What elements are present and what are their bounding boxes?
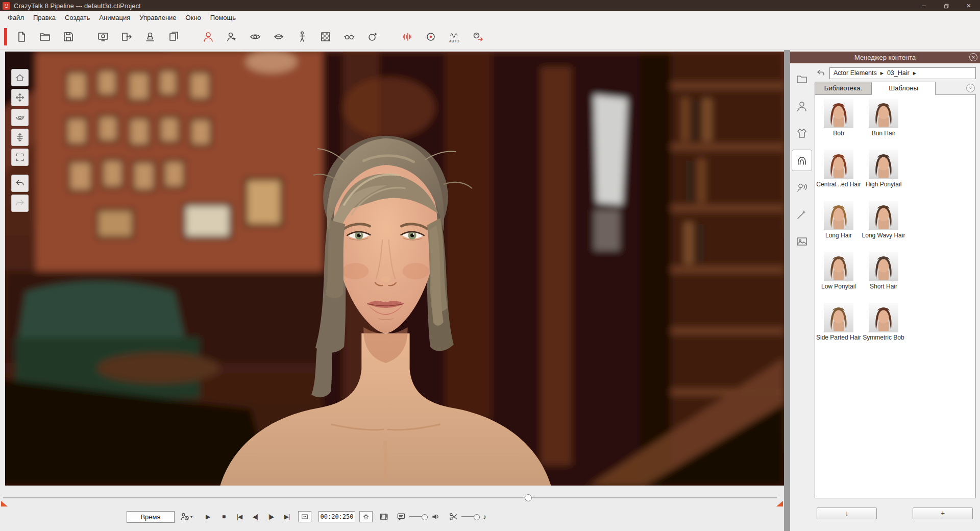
category-actor-button[interactable]: [792, 95, 812, 117]
mouth-editor-button[interactable]: [271, 28, 287, 45]
select-actor-button[interactable]: [224, 28, 240, 45]
home-view-button[interactable]: [11, 69, 29, 86]
actor-proportion-button[interactable]: [294, 28, 310, 45]
menu-manage[interactable]: Управление: [135, 12, 181, 23]
actor-bust-icon: [796, 100, 808, 112]
playhead-knob[interactable]: [525, 494, 532, 501]
timeline-settings-button[interactable]: [359, 511, 373, 522]
category-hair-button[interactable]: [792, 150, 812, 171]
tab-templates[interactable]: Шаблоны: [871, 82, 936, 95]
undo-button[interactable]: [11, 175, 29, 192]
preview-render-button[interactable]: [95, 28, 111, 45]
template-item-short-hair[interactable]: Short Hair: [861, 252, 906, 303]
create-script-button[interactable]: [399, 28, 415, 45]
undo-icon: [15, 178, 25, 188]
template-item-long-wavy-hair[interactable]: Long Wavy Hair: [861, 201, 906, 252]
timeline-track[interactable]: [3, 497, 777, 498]
menu-file[interactable]: Файл: [3, 12, 29, 23]
render-video-button[interactable]: [378, 511, 390, 523]
folder-icon: [796, 73, 808, 85]
export-button[interactable]: [118, 28, 135, 45]
new-document-icon: [15, 31, 28, 43]
eye-editor-button[interactable]: [247, 28, 263, 45]
slider-knob[interactable]: [474, 514, 480, 520]
background-button[interactable]: [317, 28, 334, 45]
template-item-side-parted-hair[interactable]: Side Parted Hair: [816, 303, 861, 354]
accessories-button[interactable]: [341, 28, 357, 45]
template-item-high-ponytail[interactable]: High Ponytail: [861, 150, 906, 201]
orbit-view-button[interactable]: [11, 109, 29, 126]
magic-wand-icon: [796, 208, 808, 221]
menu-animation[interactable]: Анимация: [94, 12, 135, 23]
redo-button[interactable]: [11, 195, 29, 212]
slider-knob[interactable]: [422, 514, 428, 520]
open-project-button[interactable]: [37, 28, 53, 45]
category-voice-button[interactable]: [792, 177, 812, 198]
apply-content-button[interactable]: ↓: [817, 508, 877, 519]
new-project-button[interactable]: [13, 28, 30, 45]
app-window: CrazyTalk 8 Pipeline --- default3d.ctiPr…: [0, 0, 980, 531]
minimize-button[interactable]: –: [913, 0, 935, 11]
panel-expander-button[interactable]: [966, 84, 975, 92]
template-label: Long Hair: [825, 232, 852, 239]
face-export-icon: [472, 31, 484, 43]
add-content-button[interactable]: +: [913, 508, 973, 519]
category-costume-button[interactable]: [792, 123, 812, 144]
range-marker-right[interactable]: [776, 501, 783, 506]
viewport-scene: [5, 52, 784, 486]
category-image-button[interactable]: [792, 231, 812, 252]
motion-clip-export-button[interactable]: [470, 28, 486, 45]
template-item-low-ponytail[interactable]: Low Ponytail: [816, 252, 861, 303]
next-frame-button[interactable]: |▶: [265, 511, 277, 523]
template-grid: Bob Bun Hair Central...ed Hair: [816, 99, 974, 354]
template-item-symmetric-bob[interactable]: Symmetric Bob: [861, 303, 906, 354]
breadcrumb-up-button[interactable]: [815, 67, 827, 79]
track-options-button[interactable]: ▾: [180, 511, 192, 523]
stop-button[interactable]: ■: [217, 511, 230, 523]
breadcrumb-item-actor-elements[interactable]: Actor Elements: [834, 69, 877, 77]
menu-window[interactable]: Окно: [181, 12, 206, 23]
create-actor-button[interactable]: [200, 28, 216, 45]
stamp-tool-button[interactable]: [142, 28, 158, 45]
category-effects-button[interactable]: [792, 204, 812, 225]
volume-slider[interactable]: [461, 513, 480, 520]
tab-library[interactable]: Библиотека.: [815, 82, 872, 95]
time-mode-button[interactable]: Время: [127, 511, 175, 523]
menu-edit[interactable]: Правка: [29, 12, 60, 23]
pan-view-button[interactable]: [11, 89, 29, 106]
collect-clip-button[interactable]: [165, 28, 182, 45]
viewport-3d[interactable]: [5, 52, 784, 486]
face-puppet-button[interactable]: [423, 28, 439, 45]
template-item-bun-hair[interactable]: Bun Hair: [861, 99, 906, 150]
home-icon: [15, 73, 25, 83]
fit-view-button[interactable]: [11, 149, 29, 166]
prev-frame-button[interactable]: ◀|: [249, 511, 261, 523]
template-item-long-hair[interactable]: Long Hair: [816, 201, 861, 252]
subtitle-button[interactable]: [395, 511, 407, 523]
menu-create[interactable]: Создать: [60, 12, 94, 23]
template-item-bob[interactable]: Bob: [816, 99, 861, 150]
template-label: Central...ed Hair: [816, 181, 861, 188]
content-manager-title: Менеджер контента: [854, 54, 916, 61]
lip-strength-slider[interactable]: [409, 513, 428, 520]
open-folder-icon: [39, 31, 51, 43]
face-beautify-button[interactable]: [364, 28, 381, 45]
go-end-button[interactable]: ▶|: [281, 511, 293, 523]
category-project-button[interactable]: [792, 68, 812, 90]
breadcrumb-item-hair[interactable]: 03_Hair: [887, 69, 910, 77]
menu-help[interactable]: Помощь: [206, 12, 240, 23]
close-panel-button[interactable]: ×: [969, 53, 977, 61]
save-project-button[interactable]: [60, 28, 77, 45]
zoom-view-button[interactable]: [11, 129, 29, 146]
auto-motion-button[interactable]: AUTO: [446, 28, 462, 45]
go-start-button[interactable]: |◀: [233, 511, 246, 523]
cut-clip-button[interactable]: [447, 511, 459, 523]
range-marker-left[interactable]: [1, 501, 8, 506]
close-window-button[interactable]: ×: [958, 0, 980, 11]
speaker-button[interactable]: [430, 511, 442, 523]
play-button[interactable]: ▶: [202, 511, 214, 523]
loop-playback-button[interactable]: [298, 511, 311, 522]
face-sparkle-icon: [366, 31, 379, 43]
template-item-central-parted-hair[interactable]: Central...ed Hair: [816, 150, 861, 201]
restore-button[interactable]: [935, 0, 958, 11]
